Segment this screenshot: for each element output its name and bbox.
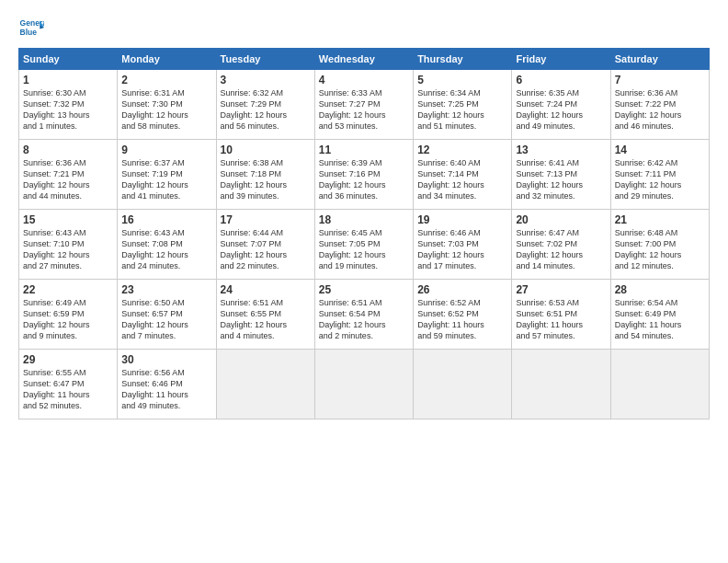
day-number: 11: [319, 144, 409, 156]
day-detail: Sunrise: 6:36 AMSunset: 7:22 PMDaylight:…: [615, 88, 682, 131]
day-detail: Sunrise: 6:47 AMSunset: 7:02 PMDaylight:…: [516, 228, 583, 270]
day-number: 30: [121, 353, 211, 366]
day-number: 5: [417, 74, 507, 86]
weekday-header: Friday: [512, 49, 610, 70]
day-number: 23: [121, 283, 211, 296]
calendar-week-row: 29 Sunrise: 6:55 AMSunset: 6:47 PMDaylig…: [19, 350, 710, 419]
day-detail: Sunrise: 6:53 AMSunset: 6:51 PMDaylight:…: [516, 298, 583, 340]
day-number: 27: [516, 283, 606, 296]
calendar-cell: 24 Sunrise: 6:51 AMSunset: 6:55 PMDaylig…: [216, 280, 314, 350]
day-number: 7: [615, 74, 705, 86]
day-number: 26: [417, 283, 507, 296]
calendar-cell: 7 Sunrise: 6:36 AMSunset: 7:22 PMDayligh…: [610, 70, 709, 140]
calendar-cell: 5 Sunrise: 6:34 AMSunset: 7:25 PMDayligh…: [414, 70, 512, 140]
calendar-cell: [512, 350, 610, 419]
calendar-cell: [216, 350, 314, 419]
day-detail: Sunrise: 6:55 AMSunset: 6:47 PMDaylight:…: [23, 368, 90, 410]
day-detail: Sunrise: 6:41 AMSunset: 7:13 PMDaylight:…: [516, 158, 583, 201]
day-detail: Sunrise: 6:32 AMSunset: 7:29 PMDaylight:…: [221, 88, 288, 131]
day-number: 16: [121, 213, 211, 226]
calendar-cell: 12 Sunrise: 6:40 AMSunset: 7:14 PMDaylig…: [414, 140, 512, 210]
calendar-cell: 20 Sunrise: 6:47 AMSunset: 7:02 PMDaylig…: [512, 210, 610, 280]
calendar-cell: 18 Sunrise: 6:45 AMSunset: 7:05 PMDaylig…: [314, 210, 413, 280]
weekday-header: Sunday: [19, 49, 118, 70]
day-number: 3: [221, 74, 311, 86]
day-detail: Sunrise: 6:49 AMSunset: 6:59 PMDaylight:…: [23, 298, 90, 340]
day-detail: Sunrise: 6:50 AMSunset: 6:57 PMDaylight:…: [121, 298, 188, 340]
svg-text:Blue: Blue: [20, 28, 38, 37]
day-detail: Sunrise: 6:37 AMSunset: 7:19 PMDaylight:…: [121, 158, 188, 201]
calendar-cell: 25 Sunrise: 6:51 AMSunset: 6:54 PMDaylig…: [314, 280, 413, 350]
calendar-cell: 1 Sunrise: 6:30 AMSunset: 7:32 PMDayligh…: [19, 70, 118, 140]
calendar-cell: 23 Sunrise: 6:50 AMSunset: 6:57 PMDaylig…: [118, 280, 216, 350]
weekday-header: Wednesday: [314, 49, 413, 70]
calendar-cell: 13 Sunrise: 6:41 AMSunset: 7:13 PMDaylig…: [512, 140, 610, 210]
calendar-cell: 27 Sunrise: 6:53 AMSunset: 6:51 PMDaylig…: [512, 280, 610, 350]
day-detail: Sunrise: 6:54 AMSunset: 6:49 PMDaylight:…: [615, 298, 682, 340]
calendar-cell: [314, 350, 413, 419]
day-number: 15: [23, 213, 113, 226]
calendar-cell: 6 Sunrise: 6:35 AMSunset: 7:24 PMDayligh…: [512, 70, 610, 140]
day-number: 18: [319, 213, 409, 226]
day-detail: Sunrise: 6:39 AMSunset: 7:16 PMDaylight:…: [319, 158, 386, 201]
day-detail: Sunrise: 6:38 AMSunset: 7:18 PMDaylight:…: [221, 158, 288, 201]
day-detail: Sunrise: 6:34 AMSunset: 7:25 PMDaylight:…: [417, 88, 484, 131]
day-number: 28: [615, 283, 705, 296]
calendar-cell: 10 Sunrise: 6:38 AMSunset: 7:18 PMDaylig…: [216, 140, 314, 210]
day-number: 9: [121, 144, 211, 156]
calendar-table: SundayMondayTuesdayWednesdayThursdayFrid…: [18, 48, 710, 419]
calendar-cell: 29 Sunrise: 6:55 AMSunset: 6:47 PMDaylig…: [19, 350, 118, 419]
day-detail: Sunrise: 6:31 AMSunset: 7:30 PMDaylight:…: [121, 88, 188, 131]
day-number: 25: [319, 283, 409, 296]
header: General Blue: [18, 15, 710, 40]
calendar-cell: 16 Sunrise: 6:43 AMSunset: 7:08 PMDaylig…: [118, 210, 216, 280]
day-number: 29: [23, 353, 113, 366]
day-number: 24: [221, 283, 311, 296]
weekday-header: Monday: [118, 49, 216, 70]
page: General Blue SundayMondayTuesdayWednesda…: [0, 0, 728, 563]
calendar-cell: 26 Sunrise: 6:52 AMSunset: 6:52 PMDaylig…: [414, 280, 512, 350]
day-detail: Sunrise: 6:36 AMSunset: 7:21 PMDaylight:…: [23, 158, 90, 201]
calendar-cell: 8 Sunrise: 6:36 AMSunset: 7:21 PMDayligh…: [19, 140, 118, 210]
day-detail: Sunrise: 6:51 AMSunset: 6:54 PMDaylight:…: [319, 298, 386, 340]
calendar-body: 1 Sunrise: 6:30 AMSunset: 7:32 PMDayligh…: [19, 70, 710, 419]
calendar-week-row: 22 Sunrise: 6:49 AMSunset: 6:59 PMDaylig…: [19, 280, 710, 350]
day-number: 2: [121, 74, 211, 86]
day-detail: Sunrise: 6:51 AMSunset: 6:55 PMDaylight:…: [221, 298, 288, 340]
calendar-cell: 22 Sunrise: 6:49 AMSunset: 6:59 PMDaylig…: [19, 280, 118, 350]
day-detail: Sunrise: 6:46 AMSunset: 7:03 PMDaylight:…: [417, 228, 484, 270]
calendar-week-row: 1 Sunrise: 6:30 AMSunset: 7:32 PMDayligh…: [19, 70, 710, 140]
logo: General Blue: [18, 15, 48, 40]
calendar-cell: 14 Sunrise: 6:42 AMSunset: 7:11 PMDaylig…: [610, 140, 709, 210]
day-detail: Sunrise: 6:33 AMSunset: 7:27 PMDaylight:…: [319, 88, 386, 131]
calendar-cell: [610, 350, 709, 419]
day-detail: Sunrise: 6:45 AMSunset: 7:05 PMDaylight:…: [319, 228, 386, 270]
weekday-header: Saturday: [610, 49, 709, 70]
calendar-cell: 2 Sunrise: 6:31 AMSunset: 7:30 PMDayligh…: [118, 70, 216, 140]
calendar-cell: 9 Sunrise: 6:37 AMSunset: 7:19 PMDayligh…: [118, 140, 216, 210]
weekday-header: Thursday: [414, 49, 512, 70]
day-number: 20: [516, 213, 606, 226]
calendar-cell: 19 Sunrise: 6:46 AMSunset: 7:03 PMDaylig…: [414, 210, 512, 280]
day-number: 17: [221, 213, 311, 226]
day-number: 4: [319, 74, 409, 86]
calendar-cell: 21 Sunrise: 6:48 AMSunset: 7:00 PMDaylig…: [610, 210, 709, 280]
day-detail: Sunrise: 6:56 AMSunset: 6:46 PMDaylight:…: [121, 368, 188, 410]
day-detail: Sunrise: 6:42 AMSunset: 7:11 PMDaylight:…: [615, 158, 682, 201]
day-number: 19: [417, 213, 507, 226]
day-detail: Sunrise: 6:35 AMSunset: 7:24 PMDaylight:…: [516, 88, 583, 131]
day-number: 14: [615, 144, 705, 156]
day-detail: Sunrise: 6:30 AMSunset: 7:32 PMDaylight:…: [23, 88, 90, 131]
day-detail: Sunrise: 6:44 AMSunset: 7:07 PMDaylight:…: [221, 228, 288, 270]
day-number: 1: [23, 74, 113, 86]
weekday-header: Tuesday: [216, 49, 314, 70]
day-number: 8: [23, 144, 113, 156]
calendar-cell: 3 Sunrise: 6:32 AMSunset: 7:29 PMDayligh…: [216, 70, 314, 140]
day-detail: Sunrise: 6:43 AMSunset: 7:10 PMDaylight:…: [23, 228, 90, 270]
calendar-header-row: SundayMondayTuesdayWednesdayThursdayFrid…: [19, 49, 710, 70]
day-number: 22: [23, 283, 113, 296]
day-detail: Sunrise: 6:40 AMSunset: 7:14 PMDaylight:…: [417, 158, 484, 201]
calendar-cell: 15 Sunrise: 6:43 AMSunset: 7:10 PMDaylig…: [19, 210, 118, 280]
calendar-cell: 28 Sunrise: 6:54 AMSunset: 6:49 PMDaylig…: [610, 280, 709, 350]
calendar-cell: 17 Sunrise: 6:44 AMSunset: 7:07 PMDaylig…: [216, 210, 314, 280]
